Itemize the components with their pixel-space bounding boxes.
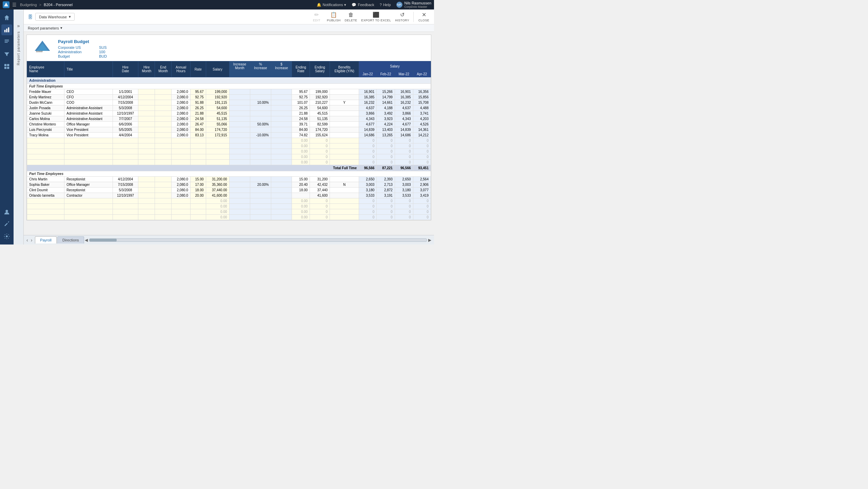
dollar-increase[interactable] — [271, 100, 292, 105]
sidebar-item-tools[interactable] — [1, 219, 12, 230]
end-month[interactable] — [155, 116, 172, 122]
end-month[interactable] — [155, 100, 172, 105]
dollar-increase[interactable] — [271, 127, 292, 133]
export-excel-button[interactable]: ⬛ EXPORT TO EXCEL — [361, 12, 391, 22]
hire-month[interactable] — [138, 182, 155, 188]
sidebar-item-charts[interactable] — [1, 24, 12, 35]
help-button[interactable]: ? Help — [380, 3, 391, 7]
dollar-increase[interactable] — [271, 105, 292, 111]
sidebar-item-reports[interactable] — [1, 37, 12, 47]
hire-month[interactable] — [138, 177, 155, 182]
hamburger-icon[interactable]: ☰ — [12, 2, 17, 7]
inc-month[interactable] — [229, 95, 250, 100]
inc-month[interactable] — [229, 89, 250, 95]
salary[interactable]: 174,720 — [206, 127, 229, 133]
pct-increase[interactable] — [250, 105, 271, 111]
end-month[interactable] — [155, 188, 172, 193]
end-month[interactable] — [155, 177, 172, 182]
salary[interactable]: 51,135 — [206, 116, 229, 122]
pct-increase[interactable] — [250, 89, 271, 95]
hire-month[interactable] — [138, 122, 155, 127]
end-month[interactable] — [155, 122, 172, 127]
rate[interactable]: 20.00 — [190, 193, 206, 198]
tab-nav-prev[interactable]: ‹ — [26, 237, 28, 243]
hire-month[interactable] — [138, 105, 155, 111]
inc-month[interactable] — [229, 182, 250, 188]
feedback-button[interactable]: 💬 Feedback — [352, 3, 374, 7]
tab-payroll[interactable]: Payroll — [35, 236, 57, 243]
rate[interactable]: 26.47 — [190, 122, 206, 127]
delete-button[interactable]: 🗑 DELETE — [345, 12, 357, 22]
pct-increase[interactable]: 50.00% — [250, 122, 271, 127]
sidebar-item-dashboard[interactable] — [1, 61, 12, 72]
sidebar-item-home[interactable] — [1, 12, 12, 23]
dollar-increase[interactable] — [271, 116, 292, 122]
rate[interactable]: 21.88 — [190, 111, 206, 116]
pct-increase[interactable] — [250, 193, 271, 198]
end-month[interactable] — [155, 133, 172, 138]
rate[interactable]: 84.00 — [190, 127, 206, 133]
inc-month[interactable] — [229, 111, 250, 116]
pct-increase[interactable] — [250, 188, 271, 193]
salary[interactable]: 31,200.00 — [206, 177, 229, 182]
inc-month[interactable] — [229, 127, 250, 133]
pct-increase[interactable] — [250, 95, 271, 100]
pct-increase[interactable] — [250, 177, 271, 182]
dollar-increase[interactable] — [271, 193, 292, 198]
close-button[interactable]: ✕ CLOSE — [418, 12, 430, 22]
dollar-increase[interactable] — [271, 89, 292, 95]
tab-nav-next[interactable]: › — [31, 237, 33, 243]
hire-month[interactable] — [138, 89, 155, 95]
hire-month[interactable] — [138, 193, 155, 198]
inc-month[interactable] — [229, 133, 250, 138]
edit-button[interactable]: ✏ EDIT — [311, 12, 323, 22]
inc-month[interactable] — [229, 188, 250, 193]
rate[interactable]: 18.00 — [190, 188, 206, 193]
dollar-increase[interactable] — [271, 133, 292, 138]
pct-increase[interactable] — [250, 127, 271, 133]
dollar-increase[interactable] — [271, 95, 292, 100]
tab-directions[interactable]: Directions — [57, 236, 84, 243]
scroll-left-btn[interactable]: ◀ — [85, 238, 88, 242]
salary[interactable]: 192,920 — [206, 95, 229, 100]
dollar-increase[interactable] — [271, 122, 292, 127]
dollar-increase[interactable] — [271, 188, 292, 193]
pct-increase[interactable]: -10.00% — [250, 133, 271, 138]
pct-increase[interactable] — [250, 116, 271, 122]
salary[interactable]: 35,360.00 — [206, 182, 229, 188]
salary[interactable]: 55,066 — [206, 122, 229, 127]
salary[interactable]: 199,000 — [206, 89, 229, 95]
user-profile[interactable]: NR Nils Rasmussen CorpDvio Master — [396, 1, 431, 8]
hire-month[interactable] — [138, 116, 155, 122]
rate[interactable]: 95.67 — [190, 89, 206, 95]
hire-month[interactable] — [138, 95, 155, 100]
rate[interactable]: 91.88 — [190, 100, 206, 105]
salary[interactable]: 37,440.00 — [206, 188, 229, 193]
rate[interactable]: 17.00 — [190, 182, 206, 188]
inc-month[interactable] — [229, 100, 250, 105]
dollar-increase[interactable] — [271, 111, 292, 116]
end-month[interactable] — [155, 127, 172, 133]
hire-month[interactable] — [138, 127, 155, 133]
pct-increase[interactable] — [250, 111, 271, 116]
params-toggle[interactable]: » — [17, 23, 20, 28]
salary[interactable]: 172,915 — [206, 133, 229, 138]
inc-month[interactable] — [229, 122, 250, 127]
rate[interactable]: 83.13 — [190, 133, 206, 138]
end-month[interactable] — [155, 111, 172, 116]
rate[interactable]: 92.75 — [190, 95, 206, 100]
report-params-button[interactable]: Report parameters ▾ — [28, 26, 62, 30]
end-month[interactable] — [155, 105, 172, 111]
inc-month[interactable] — [229, 177, 250, 182]
publish-button[interactable]: 📋 PUBLISH — [327, 12, 341, 22]
sidebar-item-settings[interactable] — [1, 231, 12, 242]
inc-month[interactable] — [229, 116, 250, 122]
scroll-right-btn[interactable]: ▶ — [428, 238, 431, 242]
dollar-increase[interactable] — [271, 182, 292, 188]
inc-month[interactable] — [229, 105, 250, 111]
inc-month[interactable] — [229, 193, 250, 198]
end-month[interactable] — [155, 193, 172, 198]
hscroll-track[interactable] — [89, 238, 427, 242]
pct-increase[interactable]: 20.00% — [250, 182, 271, 188]
hire-month[interactable] — [138, 188, 155, 193]
